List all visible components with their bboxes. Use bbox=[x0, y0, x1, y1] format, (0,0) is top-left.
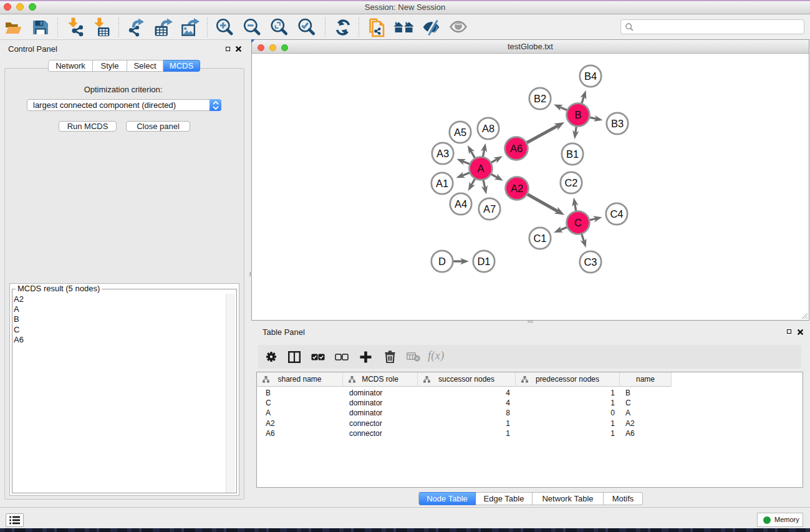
svg-text:B1: B1 bbox=[566, 148, 579, 160]
svg-text:B2: B2 bbox=[534, 93, 546, 104]
svg-text:D: D bbox=[438, 256, 446, 267]
svg-text:A5: A5 bbox=[454, 127, 466, 138]
svg-text:A4: A4 bbox=[455, 198, 467, 210]
svg-text:C2: C2 bbox=[564, 177, 577, 188]
svg-text:C3: C3 bbox=[584, 256, 597, 268]
svg-text:A: A bbox=[477, 163, 484, 174]
svg-text:A3: A3 bbox=[436, 148, 449, 159]
svg-text:A2: A2 bbox=[511, 183, 523, 194]
svg-text:A6: A6 bbox=[510, 143, 523, 154]
svg-text:A1: A1 bbox=[436, 178, 448, 189]
svg-text:A8: A8 bbox=[482, 123, 494, 134]
svg-text:C1: C1 bbox=[533, 233, 546, 244]
svg-text:C4: C4 bbox=[610, 208, 623, 220]
svg-text:D1: D1 bbox=[477, 256, 490, 267]
svg-text:B: B bbox=[574, 109, 581, 120]
svg-text:C: C bbox=[574, 217, 582, 228]
svg-text:B3: B3 bbox=[611, 118, 624, 129]
svg-text:A7: A7 bbox=[483, 203, 496, 215]
svg-text:B4: B4 bbox=[584, 70, 597, 82]
